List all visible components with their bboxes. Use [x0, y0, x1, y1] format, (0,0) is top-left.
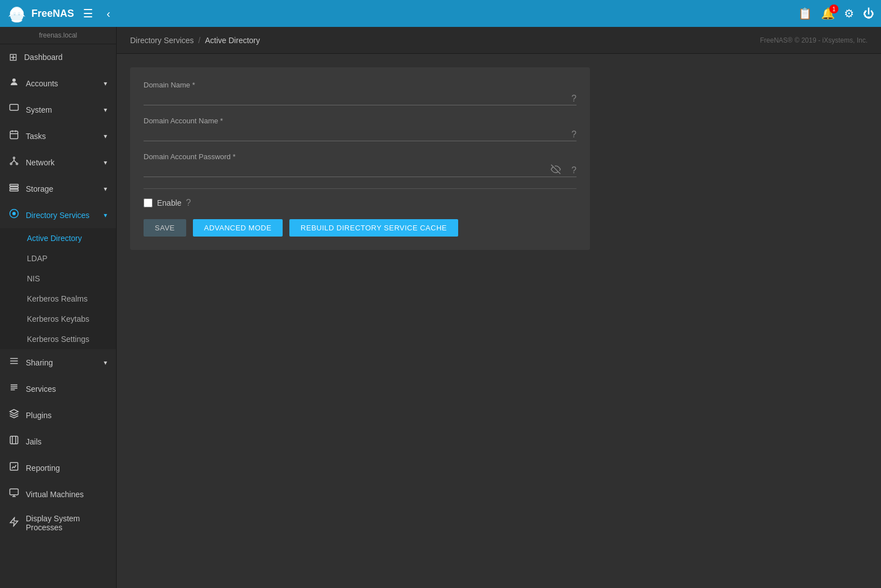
expand-arrow-icon: ▾: [104, 80, 107, 87]
domain-account-password-input-wrap: ?: [144, 163, 576, 177]
toggle-password-visibility-icon[interactable]: [551, 164, 561, 177]
form-button-row: SAVE ADVANCED MODE REBUILD DIRECTORY SER…: [144, 219, 576, 237]
sidebar-item-label: Display System Processes: [26, 514, 107, 532]
sidebar-item-storage[interactable]: Storage ▾: [0, 175, 116, 202]
sidebar: freenas.local ⊞ Dashboard Accounts ▾ Sys…: [0, 27, 117, 588]
domain-account-password-label: Domain Account Password *: [144, 152, 576, 161]
sidebar-subitem-active-directory[interactable]: Active Directory: [0, 228, 116, 248]
sidebar-item-network[interactable]: Network ▾: [0, 149, 116, 175]
settings-icon[interactable]: ⚙: [844, 7, 854, 20]
display-system-processes-icon: [9, 517, 19, 530]
enable-help-icon[interactable]: ?: [186, 198, 191, 208]
sidebar-item-label: Services: [26, 385, 56, 393]
sidebar-subitem-nis[interactable]: NIS: [0, 268, 116, 289]
domain-name-field: Domain Name * ?: [144, 81, 576, 105]
breadcrumb-bar: Directory Services / Active Directory Fr…: [117, 27, 881, 54]
active-directory-form-card: Domain Name * ? Domain Account Name * ?: [130, 67, 590, 250]
enable-label[interactable]: Enable: [157, 198, 182, 207]
main-layout: freenas.local ⊞ Dashboard Accounts ▾ Sys…: [0, 27, 881, 588]
notes-icon[interactable]: 📋: [798, 7, 812, 20]
svg-marker-19: [10, 517, 18, 526]
expand-arrow-icon: ▾: [104, 106, 107, 114]
content-area: Directory Services / Active Directory Fr…: [117, 27, 881, 588]
expand-arrow-icon: ▾: [104, 159, 107, 166]
sidebar-subitem-kerberos-realms[interactable]: Kerberos Realms: [0, 289, 116, 309]
svg-rect-5: [10, 131, 18, 139]
sidebar-item-display-system-processes[interactable]: Display System Processes: [0, 507, 116, 539]
sidebar-item-dashboard[interactable]: ⊞ Dashboard: [0, 44, 116, 70]
copyright-text: FreeNAS® © 2019 - iXsystems, Inc.: [760, 36, 868, 44]
svg-point-7: [10, 163, 12, 165]
tasks-icon: [9, 129, 19, 142]
expand-arrow-icon: ▾: [104, 132, 107, 140]
dashboard-icon: ⊞: [9, 51, 17, 63]
domain-name-help-icon[interactable]: ?: [571, 94, 576, 104]
sidebar-item-label: Accounts: [26, 79, 58, 88]
sidebar-item-label: Dashboard: [24, 53, 63, 62]
sidebar-item-label: Virtual Machines: [26, 490, 84, 499]
plugins-icon: [9, 409, 19, 422]
domain-account-password-field: Domain Account Password * ?: [144, 152, 576, 177]
sidebar-item-sharing[interactable]: Sharing ▾: [0, 349, 116, 376]
domain-account-password-input[interactable]: [144, 163, 576, 177]
sidebar-item-plugins[interactable]: Plugins: [0, 402, 116, 428]
enable-checkbox-row: Enable ?: [144, 198, 576, 208]
domain-account-name-help-icon[interactable]: ?: [571, 129, 576, 140]
sidebar-subitem-kerberos-settings[interactable]: Kerberos Settings: [0, 329, 116, 349]
advanced-mode-button[interactable]: ADVANCED MODE: [193, 219, 283, 237]
domain-name-label: Domain Name *: [144, 81, 576, 89]
sidebar-item-accounts[interactable]: Accounts ▾: [0, 70, 116, 96]
notification-badge: 1: [829, 4, 838, 13]
sidebar-item-label: Reporting: [26, 464, 60, 473]
breadcrumb-current: Active Directory: [205, 36, 260, 45]
svg-rect-9: [10, 184, 19, 186]
sidebar-item-virtual-machines[interactable]: Virtual Machines: [0, 481, 116, 507]
power-icon[interactable]: ⏻: [863, 7, 874, 20]
app-title: FreeNAS: [31, 8, 74, 20]
svg-point-13: [12, 212, 16, 215]
network-icon: [9, 156, 19, 169]
sidebar-item-label: Sharing: [26, 358, 53, 367]
sidebar-item-label: Network: [26, 158, 54, 167]
hamburger-menu-button[interactable]: ☰: [79, 4, 98, 22]
notifications-icon[interactable]: 🔔 1: [821, 7, 835, 20]
enable-checkbox[interactable]: [144, 198, 153, 207]
expand-arrow-icon: ▾: [104, 185, 107, 193]
sharing-icon: [9, 356, 19, 369]
domain-account-name-input[interactable]: [144, 127, 576, 141]
sidebar-item-label: Storage: [26, 184, 53, 193]
domain-account-password-help-icon[interactable]: ?: [571, 165, 576, 175]
sidebar-hostname: freenas.local: [0, 27, 116, 44]
expand-arrow-icon: ▾: [104, 359, 107, 367]
sidebar-subitem-ldap[interactable]: LDAP: [0, 248, 116, 268]
svg-point-6: [13, 157, 15, 159]
system-icon: [9, 103, 19, 116]
virtual-machines-icon: [9, 488, 19, 501]
sidebar-subitem-kerberos-keytabs[interactable]: Kerberos Keytabs: [0, 309, 116, 329]
sidebar-item-tasks[interactable]: Tasks ▾: [0, 123, 116, 149]
save-button[interactable]: SAVE: [144, 219, 186, 237]
domain-name-input[interactable]: [144, 91, 576, 105]
sidebar-item-directory-services[interactable]: Directory Services ▾: [0, 202, 116, 228]
directory-services-submenu: Active Directory LDAP NIS Kerberos Realm…: [0, 228, 116, 349]
sidebar-item-services[interactable]: Services: [0, 376, 116, 402]
svg-rect-11: [10, 189, 19, 191]
jails-icon: [9, 435, 19, 448]
form-divider: [144, 188, 576, 189]
sidebar-item-jails[interactable]: Jails: [0, 428, 116, 455]
topbar-left: FreeNAS ☰ ‹: [7, 3, 115, 24]
collapse-sidebar-button[interactable]: ‹: [102, 5, 115, 22]
accounts-icon: [9, 77, 19, 90]
svg-rect-4: [10, 104, 19, 110]
sidebar-item-reporting[interactable]: Reporting: [0, 455, 116, 481]
breadcrumb-parent[interactable]: Directory Services: [130, 36, 194, 45]
svg-rect-10: [10, 187, 19, 188]
rebuild-cache-button[interactable]: REBUILD DIRECTORY SERVICE CACHE: [289, 219, 458, 237]
svg-rect-17: [10, 462, 18, 470]
sidebar-item-label: Directory Services: [26, 211, 90, 220]
domain-account-name-label: Domain Account Name *: [144, 117, 576, 125]
services-icon: [9, 382, 19, 395]
sidebar-item-system[interactable]: System ▾: [0, 96, 116, 123]
sidebar-item-label: Tasks: [26, 132, 46, 141]
topbar: FreeNAS ☰ ‹ 📋 🔔 1 ⚙ ⏻: [0, 0, 881, 27]
